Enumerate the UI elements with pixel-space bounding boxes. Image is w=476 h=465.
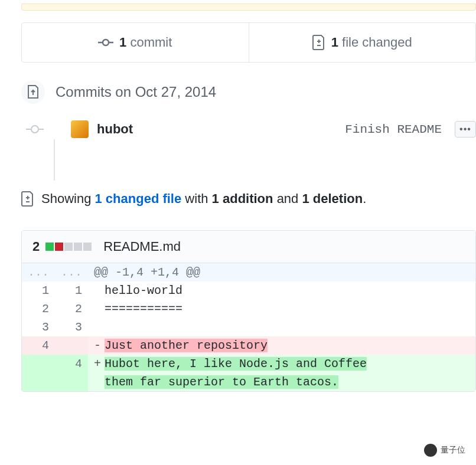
lno-new: 3 — [55, 318, 88, 336]
lno-old: 1 — [22, 281, 55, 300]
lno-old: 4 — [22, 336, 55, 355]
code-cell: +Hubot here, I like Node.js and Coffee — [88, 355, 475, 373]
file-diff-icon — [312, 35, 325, 50]
watermark-text: 量子位 — [441, 445, 465, 456]
diff-table: ... ... @@ -1,4 +1,4 @@ 1 1 hello-world … — [22, 263, 475, 391]
timeline-line — [54, 139, 55, 181]
files-summary: Showing 1 changed file with 1 addition a… — [21, 191, 476, 207]
alert-fragment — [21, 4, 476, 11]
watermark: 量子位 — [419, 441, 470, 459]
diff-container: 2 README.md ... ... @@ -1,4 +1,4 @@ 1 1 … — [21, 230, 476, 392]
commits-stat[interactable]: 1 commit — [22, 23, 249, 62]
commits-label: commit — [130, 35, 172, 50]
watermark-icon — [424, 444, 437, 457]
neutral-block — [83, 243, 92, 251]
commits-count: 1 — [119, 35, 126, 50]
lno-new — [55, 336, 88, 355]
lno-old — [22, 355, 55, 373]
files-stat[interactable]: 1 file changed — [249, 23, 476, 62]
lno-old: 2 — [22, 300, 55, 318]
diff-line-addition-wrap: them far superior to Earth tacos. — [22, 373, 475, 391]
hunk-header-row: ... ... @@ -1,4 +1,4 @@ — [22, 263, 475, 281]
summary-additions: 1 addition — [212, 191, 273, 206]
commits-on-label: Commits on Oct 27, 2014 — [56, 84, 216, 100]
neutral-block — [64, 243, 73, 251]
diff-line: 3 3 — [22, 318, 475, 336]
commit-author[interactable]: hubot — [97, 122, 133, 137]
changed-files-link[interactable]: 1 changed file — [95, 191, 182, 206]
summary-suffix: . — [363, 191, 366, 206]
lno-new: 1 — [55, 281, 88, 300]
code-cell: hello-world — [88, 281, 475, 300]
repo-push-icon — [21, 80, 45, 104]
lno-new: 4 — [55, 355, 88, 373]
diff-line-addition: 4 +Hubot here, I like Node.js and Coffee — [22, 355, 475, 373]
lno-new — [55, 373, 88, 391]
code-cell: them far superior to Earth tacos. — [88, 373, 475, 391]
summary-deletions: 1 deletion — [302, 191, 363, 206]
lno-new: 2 — [55, 300, 88, 318]
add-block — [45, 243, 54, 251]
hunk-lno-new: ... — [55, 263, 88, 281]
stats-panel: 1 commit 1 file changed — [21, 22, 476, 63]
commits-on-header: Commits on Oct 27, 2014 — [21, 80, 476, 104]
file-diff-icon — [21, 191, 34, 207]
summary-mid1: with — [185, 191, 208, 206]
files-count: 1 — [331, 35, 338, 50]
code-cell: =========== — [88, 300, 475, 318]
lno-old: 3 — [22, 318, 55, 336]
hunk-header: @@ -1,4 +1,4 @@ — [88, 263, 475, 281]
diff-line: 2 2 =========== — [22, 300, 475, 318]
lno-old — [22, 373, 55, 391]
summary-prefix: Showing — [41, 191, 91, 206]
diff-line-deletion: 4 -Just another repository — [22, 336, 475, 355]
diff-header: 2 README.md — [22, 231, 475, 263]
diff-stat-blocks — [45, 243, 92, 251]
commit-more-button[interactable]: ••• — [455, 121, 476, 137]
commit-icon — [98, 37, 113, 48]
avatar[interactable] — [71, 120, 89, 138]
summary-mid2: and — [277, 191, 299, 206]
files-label: file changed — [342, 35, 412, 50]
hunk-lno-old: ... — [22, 263, 55, 281]
svg-point-0 — [103, 40, 109, 45]
del-block — [55, 243, 63, 251]
commit-node-icon — [31, 125, 39, 133]
code-cell — [88, 318, 475, 336]
diff-filename[interactable]: README.md — [103, 239, 181, 254]
commit-row: hubot Finish README ••• — [21, 120, 476, 138]
diff-change-count: 2 — [32, 239, 40, 254]
diff-line: 1 1 hello-world — [22, 281, 475, 300]
neutral-block — [74, 243, 82, 251]
commit-message[interactable]: Finish README — [345, 123, 446, 136]
code-cell: -Just another repository — [88, 336, 475, 355]
